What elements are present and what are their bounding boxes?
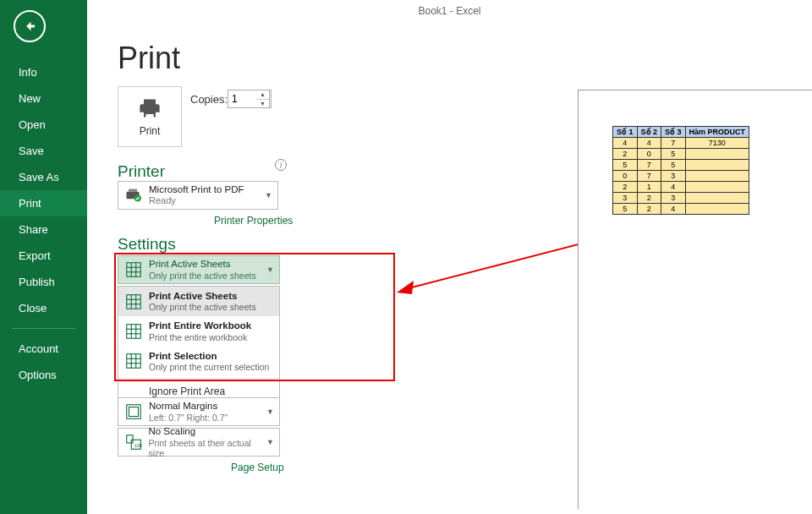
option-desc: Only print the current selection (149, 362, 269, 372)
table-row: 575 (613, 160, 749, 171)
sheets-icon (123, 321, 144, 342)
printer-heading: Printer (118, 162, 165, 181)
table-header: Số 3 (661, 127, 686, 138)
table-cell: 7 (637, 160, 661, 171)
table-cell: 5 (661, 149, 686, 160)
table-cell: 3 (661, 171, 686, 182)
printer-properties-link[interactable]: Printer Properties (214, 215, 293, 227)
printer-dropdown[interactable]: Microsoft Print to PDF Ready ▼ (118, 181, 278, 210)
nav-item-publish[interactable]: Publish (0, 269, 87, 295)
print-what-title: Print Active Sheets (149, 259, 256, 270)
table-cell: 0 (637, 149, 661, 160)
table-cell: 5 (613, 160, 638, 171)
backstage-sidebar: InfoNewOpenSaveSave AsPrintShareExportPu… (0, 0, 87, 514)
print-what-option[interactable]: Print Entire WorkbookPrint the entire wo… (118, 316, 279, 346)
sheets-icon (123, 260, 144, 280)
table-cell: 4 (661, 182, 686, 193)
nav-item-save[interactable]: Save (0, 138, 87, 164)
table-cell: 2 (613, 182, 638, 193)
page-title: Print (118, 41, 180, 76)
print-what-desc: Only print the active sheets (149, 271, 256, 281)
print-preview: Số 1Số 2Số 3Hàm PRODUCT 4477130205575073… (578, 90, 812, 509)
svg-marker-29 (397, 281, 414, 294)
svg-rect-3 (127, 263, 141, 277)
table-cell: 7 (661, 138, 686, 149)
table-row: 4477130 (613, 138, 749, 149)
table-cell: 4 (637, 138, 661, 149)
printer-name: Microsoft Print to PDF (149, 184, 244, 196)
table-cell (685, 149, 749, 160)
main-area: Book1 - Excel Print Print Copies: ▲ ▼ Pr… (87, 0, 812, 514)
table-row: 073 (613, 171, 749, 182)
table-row: 323 (613, 193, 749, 204)
sidebar-separator (12, 328, 75, 329)
scaling-title: No Scaling (148, 426, 266, 437)
nav-item-save-as[interactable]: Save As (0, 164, 87, 190)
spinner-down-icon[interactable]: ▼ (256, 100, 269, 108)
scaling-icon: 100 (123, 432, 143, 452)
table-cell: 2 (637, 193, 661, 204)
table-cell: 3 (613, 193, 638, 204)
sheets-icon (123, 292, 144, 312)
table-cell: 5 (661, 160, 686, 171)
printer-status: Ready (149, 195, 244, 206)
nav-item-close[interactable]: Close (0, 295, 87, 321)
table-cell: 2 (613, 149, 638, 160)
chevron-down-icon: ▼ (265, 191, 272, 200)
chevron-down-icon: ▼ (266, 407, 274, 416)
nav-item-account[interactable]: Account (0, 336, 87, 362)
table-cell: 5 (613, 204, 638, 215)
svg-rect-24 (129, 407, 139, 417)
table-header: Hàm PRODUCT (685, 127, 749, 138)
nav-item-open[interactable]: Open (0, 112, 87, 138)
table-header: Số 2 (637, 127, 661, 138)
table-cell: 1 (637, 182, 661, 193)
margins-desc: Left: 0.7" Right: 0.7" (149, 413, 228, 423)
margins-title: Normal Margins (149, 401, 228, 412)
printer-info-icon[interactable]: i (275, 159, 287, 171)
scaling-dropdown[interactable]: 100 No Scaling Print sheets at their act… (118, 428, 280, 457)
table-header: Số 1 (613, 127, 638, 138)
copies-spinner[interactable]: ▲ ▼ (256, 90, 270, 108)
table-row: 214 (613, 182, 749, 193)
print-button[interactable]: Print (118, 86, 182, 147)
preview-table: Số 1Số 2Số 3Hàm PRODUCT 4477130205575073… (612, 126, 749, 215)
svg-rect-25 (126, 435, 132, 443)
printer-status-icon (123, 187, 142, 204)
sheets-icon (123, 351, 144, 371)
print-what-options-panel: Print Active SheetsOnly print the active… (118, 286, 280, 403)
back-arrow-icon (22, 19, 37, 34)
margins-icon (123, 402, 144, 422)
table-cell: 4 (613, 138, 638, 149)
table-cell (685, 204, 749, 215)
nav-item-share[interactable]: Share (0, 216, 87, 243)
option-desc: Only print the active sheets (149, 302, 256, 312)
print-what-option[interactable]: Print Active SheetsOnly print the active… (118, 287, 279, 316)
table-cell (685, 160, 749, 171)
svg-rect-13 (127, 325, 141, 339)
margins-dropdown[interactable]: Normal Margins Left: 0.7" Right: 0.7" ▼ (118, 397, 280, 426)
spinner-up-icon[interactable]: ▲ (256, 90, 269, 100)
nav-item-print[interactable]: Print (0, 190, 87, 216)
nav-item-info[interactable]: Info (0, 59, 87, 85)
chevron-down-icon: ▼ (266, 438, 274, 446)
table-cell: 7130 (685, 138, 749, 149)
svg-text:100: 100 (134, 443, 142, 448)
svg-point-2 (134, 194, 141, 201)
table-row: 524 (613, 204, 749, 215)
back-button[interactable] (14, 10, 46, 42)
chevron-down-icon: ▼ (266, 265, 274, 274)
settings-heading: Settings (118, 235, 176, 254)
option-title: Print Selection (149, 351, 269, 362)
nav-item-export[interactable]: Export (0, 243, 87, 269)
app-title: Book1 - Excel (418, 5, 480, 17)
svg-rect-1 (129, 189, 137, 192)
nav-item-options[interactable]: Options (0, 362, 87, 388)
nav-item-new[interactable]: New (0, 85, 87, 112)
print-what-option[interactable]: Print SelectionOnly print the current se… (118, 347, 279, 376)
table-row: 205 (613, 149, 749, 160)
svg-rect-8 (127, 294, 141, 309)
page-setup-link[interactable]: Page Setup (231, 462, 284, 473)
scaling-desc: Print sheets at their actual size (148, 438, 266, 458)
print-what-dropdown[interactable]: Print Active Sheets Only print the activ… (118, 255, 280, 284)
